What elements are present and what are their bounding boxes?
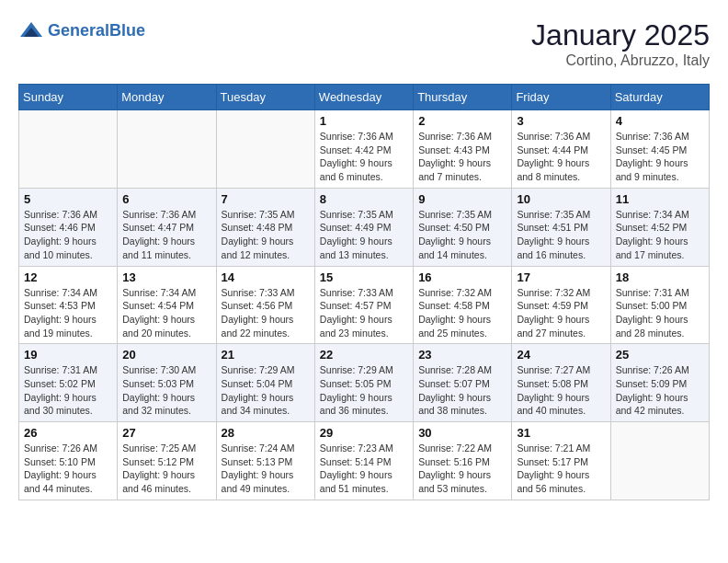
cell-text: Sunrise: 7:21 AM Sunset: 5:17 PM Dayligh… <box>517 442 605 496</box>
page-header: GeneralBlue January 2025 Cortino, Abruzz… <box>18 18 710 69</box>
calendar-cell <box>19 110 118 189</box>
location: Cortino, Abruzzo, Italy <box>531 52 710 69</box>
calendar-cell: 2Sunrise: 7:36 AM Sunset: 4:43 PM Daylig… <box>414 110 512 189</box>
day-number: 17 <box>517 270 605 284</box>
calendar-cell: 17Sunrise: 7:32 AM Sunset: 4:59 PM Dayli… <box>512 266 610 344</box>
cell-text: Sunrise: 7:29 AM Sunset: 5:05 PM Dayligh… <box>320 363 408 418</box>
cell-text: Sunrise: 7:31 AM Sunset: 5:02 PM Dayligh… <box>24 363 112 418</box>
day-number: 19 <box>24 348 112 362</box>
day-number: 11 <box>616 192 704 206</box>
cell-text: Sunrise: 7:27 AM Sunset: 5:08 PM Dayligh… <box>517 363 605 418</box>
cell-text: Sunrise: 7:29 AM Sunset: 5:04 PM Dayligh… <box>222 363 310 418</box>
calendar-cell: 11Sunrise: 7:34 AM Sunset: 4:52 PM Dayli… <box>610 188 709 266</box>
calendar-cell: 12Sunrise: 7:34 AM Sunset: 4:53 PM Dayli… <box>19 266 118 344</box>
calendar-cell: 4Sunrise: 7:36 AM Sunset: 4:45 PM Daylig… <box>610 110 709 189</box>
calendar-cell: 31Sunrise: 7:21 AM Sunset: 5:17 PM Dayli… <box>512 422 610 500</box>
calendar-cell: 19Sunrise: 7:31 AM Sunset: 5:02 PM Dayli… <box>19 344 118 422</box>
cell-text: Sunrise: 7:36 AM Sunset: 4:45 PM Dayligh… <box>616 130 704 184</box>
day-number: 10 <box>517 192 605 206</box>
calendar-cell: 30Sunrise: 7:22 AM Sunset: 5:16 PM Dayli… <box>414 422 512 500</box>
day-number: 25 <box>616 348 704 362</box>
cell-text: Sunrise: 7:36 AM Sunset: 4:47 PM Dayligh… <box>122 208 210 262</box>
calendar-cell: 27Sunrise: 7:25 AM Sunset: 5:12 PM Dayli… <box>118 422 216 500</box>
calendar-cell: 20Sunrise: 7:30 AM Sunset: 5:03 PM Dayli… <box>118 344 216 422</box>
logo-text: GeneralBlue <box>48 22 145 40</box>
day-number: 4 <box>616 114 704 128</box>
cell-text: Sunrise: 7:36 AM Sunset: 4:44 PM Dayligh… <box>517 130 605 184</box>
calendar-cell: 3Sunrise: 7:36 AM Sunset: 4:44 PM Daylig… <box>512 110 610 189</box>
cell-text: Sunrise: 7:33 AM Sunset: 4:56 PM Dayligh… <box>222 286 310 340</box>
title-block: January 2025 Cortino, Abruzzo, Italy <box>531 18 710 69</box>
cell-text: Sunrise: 7:34 AM Sunset: 4:52 PM Dayligh… <box>616 208 704 262</box>
cell-text: Sunrise: 7:33 AM Sunset: 4:57 PM Dayligh… <box>320 286 408 340</box>
calendar-cell: 18Sunrise: 7:31 AM Sunset: 5:00 PM Dayli… <box>610 266 709 344</box>
calendar-cell: 6Sunrise: 7:36 AM Sunset: 4:47 PM Daylig… <box>118 188 216 266</box>
weekday-header-thursday: Thursday <box>414 85 512 110</box>
day-number: 24 <box>517 348 605 362</box>
calendar-cell: 21Sunrise: 7:29 AM Sunset: 5:04 PM Dayli… <box>216 344 314 422</box>
calendar-cell <box>118 110 216 189</box>
calendar-cell: 1Sunrise: 7:36 AM Sunset: 4:42 PM Daylig… <box>314 110 413 189</box>
cell-text: Sunrise: 7:26 AM Sunset: 5:09 PM Dayligh… <box>616 363 704 418</box>
weekday-header-sunday: Sunday <box>19 85 118 110</box>
day-number: 13 <box>122 270 210 284</box>
cell-text: Sunrise: 7:28 AM Sunset: 5:07 PM Dayligh… <box>418 363 506 418</box>
day-number: 29 <box>320 426 408 440</box>
cell-text: Sunrise: 7:35 AM Sunset: 4:51 PM Dayligh… <box>517 208 605 262</box>
calendar-cell: 9Sunrise: 7:35 AM Sunset: 4:50 PM Daylig… <box>414 188 512 266</box>
cell-text: Sunrise: 7:22 AM Sunset: 5:16 PM Dayligh… <box>418 442 506 496</box>
calendar-cell: 14Sunrise: 7:33 AM Sunset: 4:56 PM Dayli… <box>216 266 314 344</box>
day-number: 3 <box>517 114 605 128</box>
logo: GeneralBlue <box>18 18 145 44</box>
calendar-cell: 16Sunrise: 7:32 AM Sunset: 4:58 PM Dayli… <box>414 266 512 344</box>
cell-text: Sunrise: 7:35 AM Sunset: 4:48 PM Dayligh… <box>222 208 310 262</box>
weekday-header-row: SundayMondayTuesdayWednesdayThursdayFrid… <box>19 85 710 110</box>
week-row-2: 5Sunrise: 7:36 AM Sunset: 4:46 PM Daylig… <box>19 188 710 266</box>
day-number: 18 <box>616 270 704 284</box>
cell-text: Sunrise: 7:35 AM Sunset: 4:49 PM Dayligh… <box>320 208 408 262</box>
calendar-cell: 7Sunrise: 7:35 AM Sunset: 4:48 PM Daylig… <box>216 188 314 266</box>
week-row-5: 26Sunrise: 7:26 AM Sunset: 5:10 PM Dayli… <box>19 422 710 500</box>
day-number: 21 <box>222 348 310 362</box>
cell-text: Sunrise: 7:32 AM Sunset: 4:58 PM Dayligh… <box>418 286 506 340</box>
day-number: 5 <box>24 192 112 206</box>
week-row-4: 19Sunrise: 7:31 AM Sunset: 5:02 PM Dayli… <box>19 344 710 422</box>
calendar-cell: 13Sunrise: 7:34 AM Sunset: 4:54 PM Dayli… <box>118 266 216 344</box>
day-number: 14 <box>222 270 310 284</box>
calendar-table: SundayMondayTuesdayWednesdayThursdayFrid… <box>18 84 710 500</box>
weekday-header-saturday: Saturday <box>610 85 709 110</box>
day-number: 16 <box>418 270 506 284</box>
weekday-header-tuesday: Tuesday <box>216 85 314 110</box>
calendar-cell: 25Sunrise: 7:26 AM Sunset: 5:09 PM Dayli… <box>610 344 709 422</box>
month-year: January 2025 <box>531 18 710 52</box>
calendar-cell: 24Sunrise: 7:27 AM Sunset: 5:08 PM Dayli… <box>512 344 610 422</box>
cell-text: Sunrise: 7:34 AM Sunset: 4:53 PM Dayligh… <box>24 286 112 340</box>
day-number: 20 <box>122 348 210 362</box>
cell-text: Sunrise: 7:26 AM Sunset: 5:10 PM Dayligh… <box>24 442 112 496</box>
calendar-cell: 22Sunrise: 7:29 AM Sunset: 5:05 PM Dayli… <box>314 344 413 422</box>
logo-icon <box>18 18 44 44</box>
cell-text: Sunrise: 7:36 AM Sunset: 4:46 PM Dayligh… <box>24 208 112 262</box>
calendar-cell: 26Sunrise: 7:26 AM Sunset: 5:10 PM Dayli… <box>19 422 118 500</box>
day-number: 8 <box>320 192 408 206</box>
cell-text: Sunrise: 7:25 AM Sunset: 5:12 PM Dayligh… <box>122 442 210 496</box>
weekday-header-monday: Monday <box>118 85 216 110</box>
day-number: 23 <box>418 348 506 362</box>
week-row-3: 12Sunrise: 7:34 AM Sunset: 4:53 PM Dayli… <box>19 266 710 344</box>
calendar-cell: 10Sunrise: 7:35 AM Sunset: 4:51 PM Dayli… <box>512 188 610 266</box>
day-number: 6 <box>122 192 210 206</box>
day-number: 30 <box>418 426 506 440</box>
day-number: 28 <box>222 426 310 440</box>
day-number: 27 <box>122 426 210 440</box>
week-row-1: 1Sunrise: 7:36 AM Sunset: 4:42 PM Daylig… <box>19 110 710 189</box>
calendar-cell <box>216 110 314 189</box>
calendar-body: 1Sunrise: 7:36 AM Sunset: 4:42 PM Daylig… <box>19 110 710 500</box>
day-number: 7 <box>222 192 310 206</box>
cell-text: Sunrise: 7:30 AM Sunset: 5:03 PM Dayligh… <box>122 363 210 418</box>
calendar-cell: 23Sunrise: 7:28 AM Sunset: 5:07 PM Dayli… <box>414 344 512 422</box>
cell-text: Sunrise: 7:32 AM Sunset: 4:59 PM Dayligh… <box>517 286 605 340</box>
cell-text: Sunrise: 7:24 AM Sunset: 5:13 PM Dayligh… <box>222 442 310 496</box>
day-number: 22 <box>320 348 408 362</box>
day-number: 2 <box>418 114 506 128</box>
weekday-header-wednesday: Wednesday <box>314 85 413 110</box>
